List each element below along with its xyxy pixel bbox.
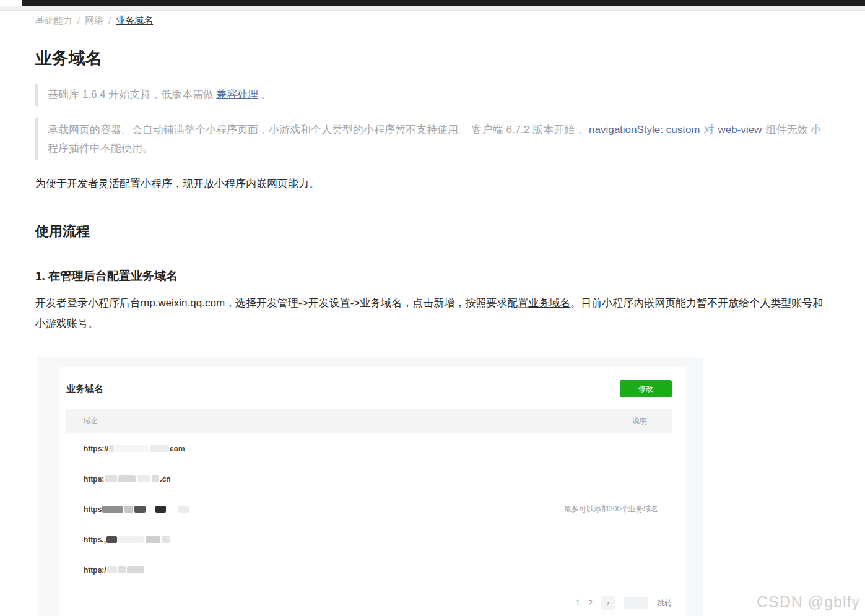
redacted-segment — [105, 475, 117, 482]
redacted-segment — [178, 506, 189, 513]
step1-paragraph: 开发者登录小程序后台mp.weixin.qq.com，选择开发管理->开发设置-… — [35, 293, 830, 334]
description-note: 承载网页的容器。会自动铺满整个小程序页面，小游戏和个人类型的小程序暂不支持使用。… — [35, 118, 830, 160]
domain-row: https最多可以添加200个业务域名 — [66, 494, 672, 524]
description-part2: 对 — [704, 124, 715, 136]
column-domain: 域名 — [84, 416, 98, 427]
jump-label: 跳转 — [657, 598, 672, 609]
navigation-style-code: navigationStyle: custom — [589, 124, 700, 136]
step1-screenshot: 业务域名 修改 域名 说明 https://comhttps:.cnhttps最… — [38, 357, 703, 616]
modify-button: 修改 — [620, 380, 672, 397]
max-domains-hint: 最多可以添加200个业务域名 — [564, 504, 672, 514]
domain-url-prefix: https — [84, 505, 102, 514]
business-domain-link[interactable]: 业务域名 — [528, 297, 570, 309]
redacted-segment — [155, 506, 166, 513]
domain-url-prefix: https., — [84, 536, 106, 544]
column-desc: 说明 — [632, 416, 647, 427]
redacted-segment — [167, 506, 177, 513]
page-number-2: 2 — [588, 599, 593, 607]
redacted-segment — [118, 475, 136, 482]
redacted-segment — [127, 566, 144, 573]
redacted-segment — [124, 506, 133, 513]
domain-url-prefix: https:/ — [84, 566, 106, 575]
breadcrumb-current: 业务域名 — [116, 15, 153, 25]
version-note-text: 基础库 1.6.4 开始支持，低版本需做 — [48, 89, 214, 100]
redacted-segment — [106, 536, 117, 543]
intro-paragraph: 为便于开发者灵活配置小程序，现开放小程序内嵌网页能力。 — [35, 176, 830, 191]
step1-text-before: 开发者登录小程序后台mp.weixin.qq.com，选择开发管理->开发设置-… — [35, 297, 528, 309]
version-note: 基础库 1.6.4 开始支持，低版本需做兼容处理。 — [35, 84, 830, 106]
table-divider — [66, 588, 672, 588]
description-part1: 承载网页的容器。会自动铺满整个小程序页面，小游戏和个人类型的小程序暂不支持使用。… — [48, 124, 585, 136]
table-header: 域名 说明 — [66, 409, 672, 433]
domain-url-suffix: .cn — [160, 475, 170, 484]
breadcrumb: 基础能力/网络/业务域名 — [35, 14, 830, 27]
redacted-segment — [150, 445, 169, 452]
top-dark-bar — [0, 0, 865, 6]
breadcrumb-separator: / — [77, 15, 80, 25]
usage-flow-heading: 使用流程 — [35, 222, 830, 241]
compatibility-link[interactable]: 兼容处理 — [216, 89, 258, 100]
doc-content: 基础能力/网络/业务域名 业务域名 基础库 1.6.4 开始支持，低版本需做兼容… — [0, 14, 865, 616]
redacted-segment — [109, 445, 114, 452]
redacted-segment — [152, 475, 159, 482]
redacted-segment — [118, 566, 126, 573]
domain-row: https., — [66, 524, 672, 555]
domain-row: https://com — [66, 433, 672, 464]
panel-title: 业务域名 — [66, 383, 103, 395]
redacted-segment — [118, 536, 144, 543]
domain-url-suffix: com — [170, 445, 185, 453]
redacted-segment — [147, 506, 154, 513]
domain-url-prefix: https:// — [84, 445, 108, 453]
jump-page-input — [624, 597, 648, 609]
domain-row: https:.cn — [66, 464, 672, 494]
redacted-segment — [134, 506, 146, 513]
domain-row: https:/ — [66, 555, 672, 585]
csdn-watermark: CSDN @gblfy — [757, 593, 860, 611]
page-title: 业务域名 — [35, 48, 830, 69]
step1-heading: 1. 在管理后台配置业务域名 — [35, 268, 830, 284]
domain-url-prefix: https: — [84, 475, 104, 484]
redacted-segment — [162, 536, 170, 543]
top-gray-strip — [0, 6, 865, 11]
top-dark-bar-fill — [22, 0, 865, 6]
screenshot-card: 业务域名 修改 域名 说明 https://comhttps:.cnhttps最… — [59, 367, 686, 616]
redacted-segment — [146, 536, 160, 543]
redacted-segment — [137, 475, 150, 482]
pagination: 1 2 › 跳转 — [66, 596, 672, 610]
breadcrumb-separator: / — [108, 15, 111, 25]
domain-row-list: https://comhttps:.cnhttps最多可以添加200个业务域名h… — [66, 433, 672, 585]
redacted-segment — [102, 506, 123, 513]
breadcrumb-link[interactable]: 基础能力 — [35, 15, 72, 25]
page-number-1: 1 — [576, 599, 580, 607]
next-page-icon: › — [601, 596, 615, 610]
redacted-segment — [115, 445, 149, 452]
redacted-segment — [107, 566, 117, 573]
web-view-code: web-view — [718, 124, 762, 136]
version-note-suffix: 。 — [261, 89, 271, 100]
breadcrumb-link[interactable]: 网络 — [85, 15, 103, 25]
